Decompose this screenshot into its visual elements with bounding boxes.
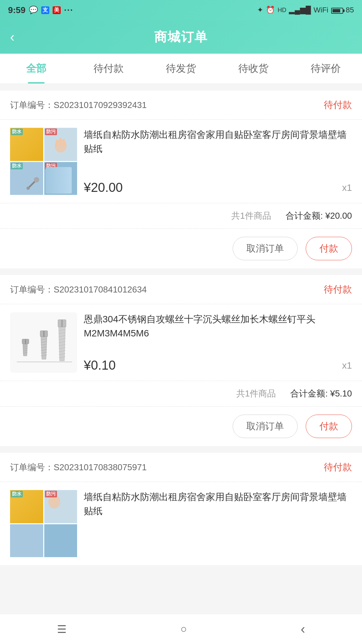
tab-pending-payment[interactable]: 待付款: [72, 54, 145, 84]
pay-button[interactable]: 付款: [306, 237, 352, 260]
back-button[interactable]: ‹: [10, 30, 14, 45]
product-image-screws: [10, 312, 77, 373]
order-status: 待付款: [324, 283, 352, 296]
moistureproof-badge: 防污: [45, 128, 57, 135]
product-info: 恩鼎304不锈钢自攻螺丝十字沉头螺丝加长木螺丝钉平头M2M3M4M5M6 ¥0.…: [84, 312, 352, 373]
product-image-cell: 防水: [10, 128, 43, 161]
svg-rect-2: [63, 139, 65, 146]
nav-back-icon[interactable]: ‹: [301, 622, 305, 637]
battery-percent: 85: [346, 6, 354, 14]
tab-pending-review[interactable]: 待评价: [290, 54, 362, 84]
status-bar-right: ✦ ⏰ HD ▂▄▆█ WiFi 85: [257, 6, 354, 14]
product-area: 防水 防污 墙纸自粘防水防潮出租房宿舍家用自贴卧室客厅房间背景墙壁墙贴纸: [0, 482, 362, 565]
product-title: 墙纸自粘防水防潮出租房宿舍家用自贴卧室客厅房间背景墙壁墙贴纸: [84, 490, 352, 518]
order-card: 订单编号：S202310170841012634 待付款: [0, 275, 362, 446]
order-number: 订单编号：S202310170838075971: [10, 462, 147, 473]
order-number: 订单编号：S202310170929392431: [10, 99, 147, 111]
product-area: 防水 防污 防水: [0, 120, 362, 203]
product-info: 墙纸自粘防水防潮出租房宿舍家用自贴卧室客厅房间背景墙壁墙贴纸 ¥20.00 x1: [84, 128, 352, 195]
cancel-order-button[interactable]: 取消订单: [233, 237, 298, 260]
product-title: 墙纸自粘防水防潮出租房宿舍家用自贴卧室客厅房间背景墙壁墙贴纸: [84, 128, 352, 156]
order-number: 订单编号：S202310170841012634: [10, 284, 147, 296]
order-card: 订单编号：S202310170929392431 待付款 防水 防污: [0, 91, 362, 268]
item-count: 共1件商品: [231, 211, 271, 221]
tab-bar: 全部 待付款 待发货 待收货 待评价: [0, 54, 362, 84]
order-footer: 共1件商品 合计金额: ¥5.10: [0, 381, 362, 407]
waterproof-badge2: 防水: [11, 163, 23, 169]
page-title: 商城订单: [154, 29, 208, 46]
product-price-row: ¥20.00 x1: [84, 180, 352, 195]
nav-menu-icon[interactable]: ☰: [57, 623, 67, 636]
order-card: 订单编号：S202310170838075971 待付款 防水 防污: [0, 453, 362, 565]
tab-all[interactable]: 全部: [0, 54, 72, 84]
alarm-icon: ⏰: [266, 6, 275, 14]
moistureproof-badge3: 防污: [45, 491, 57, 497]
status-bar: 9:59 💬 支 美 ··· ✦ ⏰ HD ▂▄▆█ WiFi 85: [0, 0, 362, 20]
product-image-grid: 防水 防污: [10, 490, 77, 557]
status-bar-left: 9:59 💬 支 美 ···: [8, 5, 73, 15]
battery-icon: [331, 8, 343, 14]
nav-home-icon[interactable]: ○: [180, 623, 187, 635]
header: ‹ 商城订单: [0, 20, 362, 54]
product-title: 恩鼎304不锈钢自攻螺丝十字沉头螺丝加长木螺丝钉平头M2M3M4M5M6: [84, 312, 352, 340]
product-image-cell: 防污: [44, 490, 77, 523]
more-dots: ···: [64, 5, 73, 15]
pay-button[interactable]: 付款: [306, 415, 352, 438]
product-image-cell: 防水: [10, 162, 43, 195]
order-header: 订单编号：S202310170841012634 待付款: [0, 275, 362, 304]
order-footer: 共1件商品 合计金额: ¥20.00: [0, 203, 362, 229]
tab-pending-shipment[interactable]: 待发货: [145, 54, 217, 84]
bluetooth-icon: ✦: [257, 6, 263, 14]
signal-icon: HD: [278, 7, 286, 14]
product-info: 墙纸自粘防水防潮出租房宿舍家用自贴卧室客厅房间背景墙壁墙贴纸: [84, 490, 352, 557]
status-time: 9:59: [8, 5, 25, 15]
product-area: 恩鼎304不锈钢自攻螺丝十字沉头螺丝加长木螺丝钉平头M2M3M4M5M6 ¥0.…: [0, 304, 362, 381]
item-count: 共1件商品: [236, 388, 276, 398]
wifi-icon: WiFi: [314, 6, 328, 14]
order-actions: 取消订单 付款: [0, 407, 362, 446]
order-actions: 取消订单 付款: [0, 229, 362, 268]
cancel-order-button[interactable]: 取消订单: [233, 415, 298, 438]
product-image-cell: [44, 524, 77, 557]
product-price: ¥0.10: [84, 358, 116, 373]
product-image-cell: 防污: [44, 128, 77, 161]
product-image-grid: 防水 防污 防水: [10, 128, 77, 195]
wechat-icon: 💬: [29, 6, 38, 14]
product-image-cell: 防污: [44, 162, 77, 195]
battery-container: [331, 6, 343, 14]
order-status: 待付款: [324, 461, 352, 474]
order-total: 合计金额: ¥20.00: [286, 211, 352, 221]
svg-rect-3: [56, 140, 58, 146]
waterproof-badge3: 防水: [11, 491, 23, 497]
svg-point-6: [26, 186, 30, 190]
content-area: 订单编号：S202310170929392431 待付款 防水 防污: [0, 84, 362, 612]
tab-pending-receipt[interactable]: 待收货: [217, 54, 290, 84]
app-icon: 美: [53, 6, 61, 14]
order-total: 合计金额: ¥5.10: [290, 388, 352, 398]
tool-icon: [23, 175, 42, 193]
battery-fill: [333, 9, 341, 12]
svg-rect-1: [59, 138, 62, 146]
product-qty: x1: [342, 182, 352, 193]
svg-marker-25: [59, 326, 65, 361]
screws-svg: [10, 309, 77, 369]
order-header: 订单编号：S202310170929392431 待付款: [0, 91, 362, 120]
bottom-nav: ☰ ○ ‹: [0, 614, 362, 644]
product-qty: x1: [342, 360, 352, 371]
order-header: 订单编号：S202310170838075971 待付款: [0, 453, 362, 482]
order-list: 订单编号：S202310170929392431 待付款 防水 防污: [0, 84, 362, 579]
cellular-icon: ▂▄▆█: [289, 6, 311, 14]
svg-point-5: [34, 177, 39, 182]
order-status: 待付款: [324, 99, 352, 111]
hand-icon: [51, 134, 71, 154]
product-price-row: ¥0.10 x1: [84, 358, 352, 373]
product-image-cell: 防水: [10, 490, 43, 523]
waterproof-badge: 防水: [11, 128, 23, 135]
product-image-cell: [10, 524, 43, 557]
alipay-icon: 支: [41, 6, 49, 14]
product-price: ¥20.00: [84, 180, 123, 195]
